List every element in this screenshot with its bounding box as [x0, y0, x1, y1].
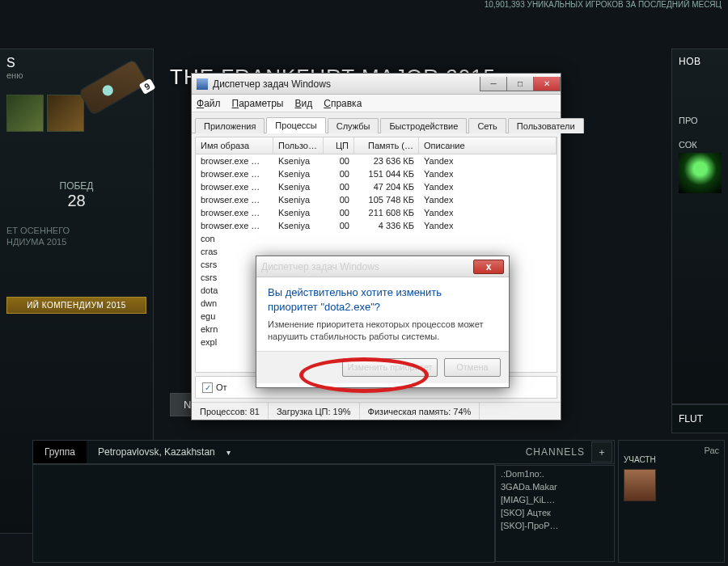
- menu-file[interactable]: Файл: [197, 98, 221, 109]
- autumn-compendium-text: ЕТ ОСЕННЕГО НДИУМА 2015: [6, 225, 146, 248]
- hero-portrait[interactable]: [6, 95, 44, 132]
- wins-box: ПОБЕД 28: [6, 180, 146, 210]
- chevron-down-icon[interactable]: ▾: [226, 448, 231, 457]
- menu-view[interactable]: Вид: [294, 98, 312, 109]
- chat-location[interactable]: Petropavlovsk, Kazakhstan: [87, 446, 226, 458]
- tab-services[interactable]: Службы: [328, 118, 379, 133]
- dialog-message: Вы действительно хотите изменить приорит…: [256, 277, 509, 319]
- tab-users[interactable]: Пользователи: [508, 118, 584, 133]
- right-sidebar: НОВ ПРО СОК: [671, 49, 728, 404]
- right-card[interactable]: ПРО: [679, 116, 722, 125]
- table-row[interactable]: browser.exe …Kseniya00105 748 КБYandex: [196, 193, 557, 206]
- channel-item[interactable]: [SKO] Ацтек: [501, 506, 609, 519]
- dialog-button-row: Изменить приоритет Отмена: [256, 351, 509, 383]
- chat-body[interactable]: [32, 464, 495, 563]
- dialog-subtext: Изменение приоритета некоторых процессов…: [256, 319, 509, 351]
- col-user[interactable]: Пользо…: [273, 137, 324, 154]
- right-card[interactable]: СОК: [679, 140, 722, 193]
- channel-item[interactable]: [SKO]-ПроР…: [501, 519, 609, 532]
- chat-bar: Группа Petropavlovsk, Kazakhstan ▾ CHANN…: [32, 440, 615, 464]
- avatar[interactable]: [624, 469, 656, 501]
- player-label: УНИКАЛЬНЫХ ИГРОКОВ ЗА ПОСЛЕДНИЙ МЕСЯЦ: [527, 0, 722, 9]
- menu-options[interactable]: Параметры: [232, 98, 284, 109]
- minimize-button[interactable]: ─: [480, 77, 507, 91]
- hero-portrait[interactable]: [47, 95, 84, 132]
- channels-label: CHANNELS: [526, 446, 591, 458]
- cancel-button[interactable]: Отмена: [444, 358, 501, 377]
- change-priority-button[interactable]: Изменить приоритет: [342, 358, 438, 377]
- window-title: Диспетчер задач Windows: [213, 78, 480, 90]
- tab-performance[interactable]: Быстродействие: [380, 118, 467, 133]
- status-cpu: Загрузка ЦП: 19%: [269, 403, 360, 420]
- dialog-titlebar[interactable]: Диспетчер задач Windows x: [256, 256, 509, 277]
- stats-bar: 10,901,393 УНИКАЛЬНЫХ ИГРОКОВ ЗА ПОСЛЕДН…: [0, 0, 728, 10]
- taskmgr-icon: [197, 78, 208, 90]
- table-row[interactable]: browser.exe …Kseniya004 336 КБYandex: [196, 219, 557, 232]
- table-header: Имя образа Пользо… ЦП Память (… Описание: [196, 137, 557, 154]
- statusbar: Процессов: 81 Загрузка ЦП: 19% Физическа…: [192, 402, 561, 420]
- status-memory: Физическая память: 74%: [360, 403, 480, 420]
- status-processes: Процессов: 81: [192, 403, 269, 420]
- table-row[interactable]: con: [196, 232, 557, 245]
- channel-item[interactable]: 3GADa.Makar: [501, 480, 609, 493]
- news-header: НОВ: [679, 56, 722, 67]
- participants-header: УЧАСТН: [624, 455, 719, 464]
- show-all-checkbox[interactable]: ✓: [202, 382, 213, 393]
- table-row[interactable]: browser.exe …Kseniya0023 636 КБYandex: [196, 154, 557, 167]
- add-channel-button[interactable]: ＋: [591, 441, 612, 463]
- col-desc[interactable]: Описание: [419, 137, 557, 154]
- titlebar[interactable]: Диспетчер задач Windows ─ □ ✕: [192, 74, 561, 95]
- channel-item[interactable]: [MIAG]_KiL…: [501, 493, 609, 506]
- table-row[interactable]: browser.exe …Kseniya00151 044 КБYandex: [196, 167, 557, 180]
- wins-label: ПОБЕД: [6, 180, 146, 192]
- maximize-button[interactable]: □: [506, 77, 534, 91]
- tab-network[interactable]: Сеть: [468, 118, 506, 133]
- table-row[interactable]: browser.exe …Kseniya0047 204 КБYandex: [196, 180, 557, 193]
- close-button[interactable]: ✕: [533, 77, 561, 91]
- channel-list: .:Dom1no:. 3GADa.Makar [MIAG]_KiL… [SKO]…: [495, 465, 615, 562]
- right-chat-panel: Рас УЧАСТН: [618, 440, 725, 563]
- menu-help[interactable]: Справка: [324, 98, 362, 109]
- tab-strip: Приложения Процессы Службы Быстродействи…: [192, 112, 561, 133]
- channel-item[interactable]: .:Dom1no:.: [501, 467, 609, 480]
- right-chat-tab[interactable]: Рас: [624, 446, 719, 455]
- table-row[interactable]: browser.exe …Kseniya00211 608 КБYandex: [196, 206, 557, 219]
- player-count: 10,901,393: [485, 0, 525, 9]
- wins-count: 28: [6, 192, 146, 210]
- col-image[interactable]: Имя образа: [196, 137, 273, 154]
- show-all-label: От: [216, 382, 227, 392]
- tab-applications[interactable]: Приложения: [195, 118, 265, 133]
- dialog-title: Диспетчер задач Windows: [261, 261, 473, 272]
- menubar: Файл Параметры Вид Справка: [192, 95, 561, 112]
- compendium-badge[interactable]: ИЙ КОМПЕНДИУМ 2015: [6, 297, 146, 314]
- tab-processes[interactable]: Процессы: [266, 117, 325, 133]
- dialog-close-button[interactable]: x: [473, 260, 504, 274]
- chat-group-tab[interactable]: Группа: [33, 441, 87, 463]
- col-mem[interactable]: Память (…: [354, 137, 419, 154]
- confirm-dialog: Диспетчер задач Windows x Вы действитель…: [256, 256, 510, 388]
- col-cpu[interactable]: ЦП: [324, 137, 354, 154]
- flut-card[interactable]: FLUT: [671, 404, 728, 433]
- treasure-thumb: [679, 153, 722, 193]
